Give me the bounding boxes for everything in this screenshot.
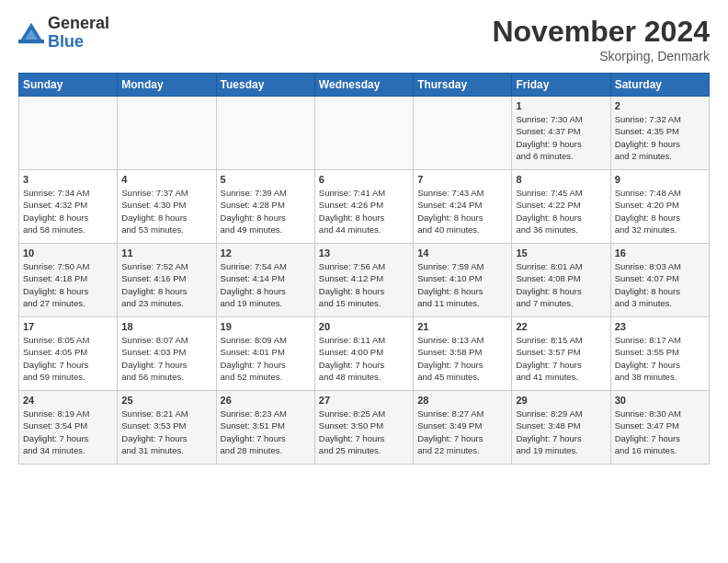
day-number: 29 xyxy=(516,395,606,406)
cell-w4-d3: 19Sunrise: 8:09 AM Sunset: 4:01 PM Dayli… xyxy=(216,317,314,391)
day-number: 3 xyxy=(23,174,113,185)
cell-w2-d2: 4Sunrise: 7:37 AM Sunset: 4:30 PM Daylig… xyxy=(118,170,216,244)
day-info: Sunrise: 7:50 AM Sunset: 4:18 PM Dayligh… xyxy=(23,260,113,309)
cell-w1-d7: 2Sunrise: 7:32 AM Sunset: 4:35 PM Daylig… xyxy=(610,97,709,170)
cell-w5-d5: 28Sunrise: 8:27 AM Sunset: 3:49 PM Dayli… xyxy=(414,391,512,465)
cell-w4-d1: 17Sunrise: 8:05 AM Sunset: 4:05 PM Dayli… xyxy=(19,317,118,391)
month-title: November 2024 xyxy=(492,15,710,49)
day-info: Sunrise: 8:11 AM Sunset: 4:00 PM Dayligh… xyxy=(319,334,409,383)
col-thursday: Thursday xyxy=(414,74,512,97)
calendar-body: 1Sunrise: 7:30 AM Sunset: 4:37 PM Daylig… xyxy=(19,97,710,465)
cell-w2-d7: 9Sunrise: 7:48 AM Sunset: 4:20 PM Daylig… xyxy=(610,170,709,244)
day-number: 15 xyxy=(516,247,606,259)
week-row-1: 1Sunrise: 7:30 AM Sunset: 4:37 PM Daylig… xyxy=(19,97,710,170)
day-info: Sunrise: 7:59 AM Sunset: 4:10 PM Dayligh… xyxy=(417,260,507,309)
day-info: Sunrise: 8:25 AM Sunset: 3:50 PM Dayligh… xyxy=(319,408,409,456)
col-sunday: Sunday xyxy=(19,74,118,97)
cell-w1-d3 xyxy=(216,97,314,170)
day-number: 26 xyxy=(221,395,311,406)
day-info: Sunrise: 8:09 AM Sunset: 4:01 PM Dayligh… xyxy=(221,334,311,383)
logo-icon xyxy=(18,20,44,46)
logo-text: General Blue xyxy=(48,15,109,52)
cell-w2-d3: 5Sunrise: 7:39 AM Sunset: 4:28 PM Daylig… xyxy=(216,170,314,244)
cell-w4-d7: 23Sunrise: 8:17 AM Sunset: 3:55 PM Dayli… xyxy=(610,317,709,391)
cell-w1-d4 xyxy=(314,97,413,170)
cell-w2-d5: 7Sunrise: 7:43 AM Sunset: 4:24 PM Daylig… xyxy=(414,170,512,244)
logo-general: General xyxy=(48,14,109,32)
day-info: Sunrise: 7:56 AM Sunset: 4:12 PM Dayligh… xyxy=(319,260,409,309)
week-row-2: 3Sunrise: 7:34 AM Sunset: 4:32 PM Daylig… xyxy=(19,170,710,244)
cell-w3-d1: 10Sunrise: 7:50 AM Sunset: 4:18 PM Dayli… xyxy=(19,244,118,317)
logo-blue: Blue xyxy=(48,32,84,51)
day-number: 20 xyxy=(319,321,409,332)
day-number: 24 xyxy=(23,395,113,406)
col-wednesday: Wednesday xyxy=(314,74,413,97)
day-info: Sunrise: 7:54 AM Sunset: 4:14 PM Dayligh… xyxy=(221,260,311,309)
day-number: 21 xyxy=(417,321,507,332)
day-number: 30 xyxy=(615,395,705,406)
day-number: 1 xyxy=(516,100,606,111)
day-number: 11 xyxy=(121,247,211,259)
cell-w2-d6: 8Sunrise: 7:45 AM Sunset: 4:22 PM Daylig… xyxy=(512,170,610,244)
day-number: 10 xyxy=(23,247,113,259)
col-tuesday: Tuesday xyxy=(216,74,314,97)
cell-w5-d6: 29Sunrise: 8:29 AM Sunset: 3:48 PM Dayli… xyxy=(512,391,610,465)
day-number: 8 xyxy=(516,174,606,185)
day-number: 5 xyxy=(221,174,311,185)
cell-w3-d7: 16Sunrise: 8:03 AM Sunset: 4:07 PM Dayli… xyxy=(610,244,709,317)
day-number: 9 xyxy=(615,174,705,185)
day-info: Sunrise: 8:13 AM Sunset: 3:58 PM Dayligh… xyxy=(417,334,507,383)
col-saturday: Saturday xyxy=(610,74,709,97)
calendar-table: Sunday Monday Tuesday Wednesday Thursday… xyxy=(18,73,710,465)
week-row-4: 17Sunrise: 8:05 AM Sunset: 4:05 PM Dayli… xyxy=(19,317,710,391)
day-number: 18 xyxy=(121,321,211,332)
day-info: Sunrise: 7:48 AM Sunset: 4:20 PM Dayligh… xyxy=(615,187,705,236)
day-number: 7 xyxy=(417,174,507,185)
svg-rect-2 xyxy=(18,40,44,43)
cell-w1-d2 xyxy=(118,97,216,170)
page: General Blue November 2024 Skorping, Den… xyxy=(0,0,728,474)
cell-w1-d1 xyxy=(19,97,118,170)
calendar-header: Sunday Monday Tuesday Wednesday Thursday… xyxy=(19,74,710,97)
day-number: 16 xyxy=(615,247,705,259)
day-info: Sunrise: 7:43 AM Sunset: 4:24 PM Dayligh… xyxy=(417,187,507,236)
location: Skorping, Denmark xyxy=(492,49,710,63)
day-info: Sunrise: 8:23 AM Sunset: 3:51 PM Dayligh… xyxy=(221,408,311,456)
day-info: Sunrise: 7:45 AM Sunset: 4:22 PM Dayligh… xyxy=(516,187,606,236)
header-row: Sunday Monday Tuesday Wednesday Thursday… xyxy=(19,74,710,97)
day-info: Sunrise: 7:39 AM Sunset: 4:28 PM Dayligh… xyxy=(221,187,311,236)
day-number: 25 xyxy=(121,395,211,406)
day-info: Sunrise: 8:05 AM Sunset: 4:05 PM Dayligh… xyxy=(23,334,113,383)
cell-w3-d6: 15Sunrise: 8:01 AM Sunset: 4:08 PM Dayli… xyxy=(512,244,610,317)
day-number: 23 xyxy=(615,321,705,332)
day-number: 19 xyxy=(221,321,311,332)
day-info: Sunrise: 7:52 AM Sunset: 4:16 PM Dayligh… xyxy=(121,260,211,309)
cell-w4-d5: 21Sunrise: 8:13 AM Sunset: 3:58 PM Dayli… xyxy=(414,317,512,391)
day-info: Sunrise: 8:29 AM Sunset: 3:48 PM Dayligh… xyxy=(516,408,606,456)
cell-w4-d2: 18Sunrise: 8:07 AM Sunset: 4:03 PM Dayli… xyxy=(118,317,216,391)
day-info: Sunrise: 8:27 AM Sunset: 3:49 PM Dayligh… xyxy=(417,408,507,456)
title-block: November 2024 Skorping, Denmark xyxy=(492,15,710,63)
day-info: Sunrise: 8:15 AM Sunset: 3:57 PM Dayligh… xyxy=(516,334,606,383)
day-info: Sunrise: 7:30 AM Sunset: 4:37 PM Dayligh… xyxy=(516,113,606,162)
day-number: 22 xyxy=(516,321,606,332)
cell-w5-d3: 26Sunrise: 8:23 AM Sunset: 3:51 PM Dayli… xyxy=(216,391,314,465)
header: General Blue November 2024 Skorping, Den… xyxy=(18,15,710,63)
cell-w5-d7: 30Sunrise: 8:30 AM Sunset: 3:47 PM Dayli… xyxy=(610,391,709,465)
cell-w2-d1: 3Sunrise: 7:34 AM Sunset: 4:32 PM Daylig… xyxy=(19,170,118,244)
cell-w5-d1: 24Sunrise: 8:19 AM Sunset: 3:54 PM Dayli… xyxy=(19,391,118,465)
logo: General Blue xyxy=(18,15,109,52)
week-row-5: 24Sunrise: 8:19 AM Sunset: 3:54 PM Dayli… xyxy=(19,391,710,465)
day-number: 13 xyxy=(319,247,409,259)
day-number: 28 xyxy=(417,395,507,406)
day-number: 27 xyxy=(319,395,409,406)
day-info: Sunrise: 8:07 AM Sunset: 4:03 PM Dayligh… xyxy=(121,334,211,383)
cell-w3-d3: 12Sunrise: 7:54 AM Sunset: 4:14 PM Dayli… xyxy=(216,244,314,317)
cell-w4-d4: 20Sunrise: 8:11 AM Sunset: 4:00 PM Dayli… xyxy=(314,317,413,391)
day-info: Sunrise: 7:37 AM Sunset: 4:30 PM Dayligh… xyxy=(121,187,211,236)
day-info: Sunrise: 8:01 AM Sunset: 4:08 PM Dayligh… xyxy=(516,260,606,309)
cell-w3-d4: 13Sunrise: 7:56 AM Sunset: 4:12 PM Dayli… xyxy=(314,244,413,317)
week-row-3: 10Sunrise: 7:50 AM Sunset: 4:18 PM Dayli… xyxy=(19,244,710,317)
day-number: 17 xyxy=(23,321,113,332)
day-info: Sunrise: 8:30 AM Sunset: 3:47 PM Dayligh… xyxy=(615,408,705,456)
